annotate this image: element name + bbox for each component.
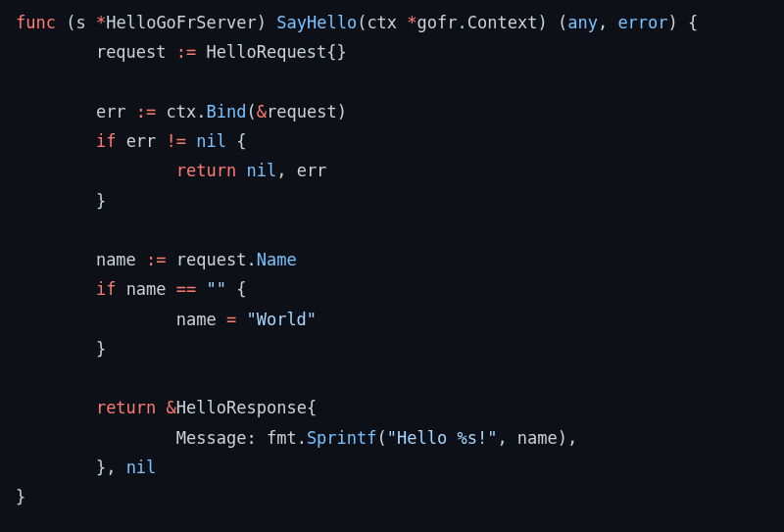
var-request: request (96, 42, 167, 62)
receiver-name: s (75, 13, 85, 32)
keyword-return: return (176, 161, 236, 180)
type-helloresponse: HelloResponse (176, 398, 307, 417)
type-hellorequest: HelloRequest (207, 42, 327, 62)
keyword-func: func (16, 13, 56, 32)
method-bind: Bind (207, 102, 247, 121)
var-err: err (96, 102, 126, 121)
param-type: gofr.Context (417, 13, 538, 32)
string-world: "World" (246, 310, 317, 329)
param-ctx: ctx (367, 13, 397, 32)
func-sprintf: Sprintf (307, 428, 377, 448)
return-any: any (567, 13, 598, 32)
return-error: error (617, 13, 667, 32)
string-hello-fmt: "Hello %s!" (387, 428, 498, 448)
method-name: SayHello (276, 13, 357, 32)
prop-name: Name (257, 250, 297, 269)
var-name: name (96, 250, 136, 269)
field-message: Message (176, 428, 247, 448)
string-empty: "" (207, 279, 226, 299)
nil-literal: nil (196, 131, 226, 151)
keyword-if: if (96, 131, 116, 151)
code-block: func (s *HelloGoFrServer) SayHello(ctx *… (16, 8, 768, 511)
receiver-type: HelloGoFrServer (106, 13, 257, 32)
